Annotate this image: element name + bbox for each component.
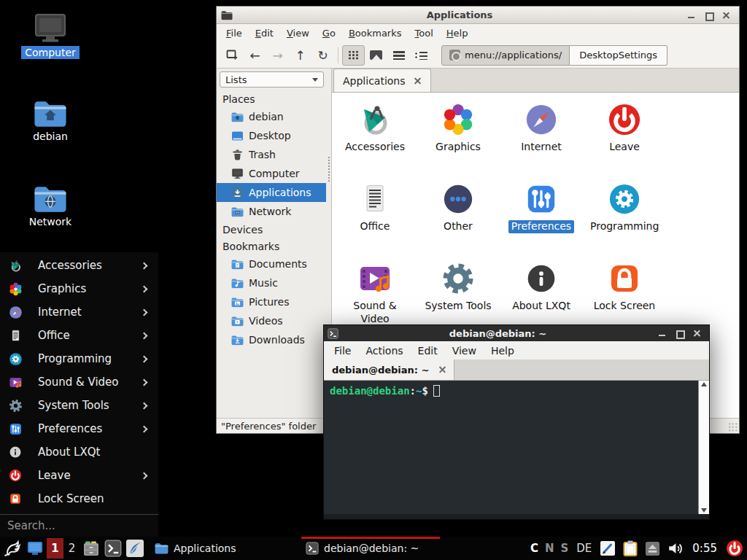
workspace-2-button[interactable]: 2 [63, 538, 80, 559]
detailed-list-view-button[interactable] [387, 45, 410, 66]
compact-view-button[interactable] [410, 45, 433, 66]
task-button-applications[interactable]: Applications [150, 537, 296, 560]
terminal-menu-edit[interactable]: Edit [411, 343, 445, 358]
terminal-icon [328, 328, 338, 339]
icon-view-button[interactable] [342, 45, 365, 66]
fm-menu-file[interactable]: File [220, 26, 249, 41]
kbd-indicator-caps[interactable]: C [530, 542, 538, 555]
folder-programming[interactable]: Programming [583, 177, 666, 257]
menu-item-accessories[interactable]: Accessories [0, 254, 158, 277]
task-button-terminal[interactable]: debian@debian: ~ [301, 537, 440, 560]
up-button[interactable]: ↑ [289, 45, 311, 66]
terminal-menu-view[interactable]: View [445, 343, 484, 358]
menu-item-graphics[interactable]: Graphics [0, 277, 158, 300]
sidebar-item-documents[interactable]: Documents [217, 254, 326, 273]
desktop-icon-computer[interactable]: Computer [12, 13, 88, 59]
terminal-menu-file[interactable]: File [327, 343, 358, 358]
kbd-indicator-scroll[interactable]: S [560, 542, 568, 555]
sidebar-item-debian[interactable]: debian [217, 107, 326, 126]
sidebar-item-downloads[interactable]: Downloads [217, 330, 326, 349]
tab-close-icon[interactable] [414, 77, 422, 85]
sidebar-item-desktop[interactable]: Desktop [217, 126, 326, 145]
menu-item-about-lxqt[interactable]: About LXQt [0, 440, 158, 464]
maximize-button[interactable] [675, 329, 685, 338]
thumbnail-view-button[interactable] [365, 45, 387, 66]
folder-leave[interactable]: Leave [583, 98, 666, 177]
folder-graphics[interactable]: Graphics [417, 98, 500, 177]
fm-menu-help[interactable]: Help [440, 26, 475, 41]
fm-menu-go[interactable]: Go [316, 26, 342, 41]
power-tray-icon[interactable] [726, 540, 743, 557]
maximize-button[interactable] [704, 11, 714, 20]
folder-internet[interactable]: Internet [500, 98, 583, 177]
eject-tray-icon[interactable] [645, 541, 660, 556]
kbd-indicator-num[interactable]: N [545, 542, 554, 555]
submenu-chevron-icon [141, 332, 148, 339]
sidebar-item-pictures[interactable]: Pictures [217, 292, 326, 311]
sidebar-item-computer[interactable]: Computer [217, 164, 326, 183]
downloads-folder-icon [231, 335, 244, 346]
terminal-screen[interactable]: debian@debian:~$ [324, 381, 709, 514]
menu-item-programming[interactable]: Programming [0, 347, 158, 370]
terminal-scrollbar[interactable] [698, 381, 709, 514]
tab-applications[interactable]: Applications [333, 69, 431, 92]
clipboard-tray-icon[interactable] [622, 540, 638, 557]
tab-close-icon[interactable] [438, 366, 446, 373]
file-manager-launcher[interactable] [80, 537, 102, 560]
terminal-menu-help[interactable]: Help [484, 343, 522, 358]
path-segment-desktopsettings[interactable]: DesktopSettings [570, 45, 667, 66]
folder-office[interactable]: Office [333, 177, 417, 257]
fm-menu-view[interactable]: View [280, 26, 316, 41]
menu-item-lock-screen[interactable]: Lock Screen [0, 487, 158, 510]
folder-other[interactable]: Other [417, 177, 500, 257]
workspace-1-button[interactable]: 1 [47, 538, 63, 559]
menu-item-system-tools[interactable]: System Tools [0, 394, 158, 417]
minimize-button[interactable] [657, 329, 667, 338]
sidebar-item-videos[interactable]: Videos [217, 311, 326, 330]
menu-item-internet[interactable]: Internet [0, 300, 158, 324]
volume-tray-icon[interactable] [667, 540, 684, 556]
close-button[interactable] [721, 11, 732, 20]
resize-grip[interactable] [728, 422, 738, 432]
menu-item-sound-video[interactable]: Sound & Video [0, 370, 158, 394]
folder-preferences[interactable]: Preferences [500, 177, 583, 257]
screenshot-tray-icon[interactable] [600, 540, 616, 556]
refresh-button[interactable]: ↻ [311, 45, 334, 66]
terminal-menu-actions[interactable]: Actions [358, 343, 410, 358]
terminal-tab[interactable]: debian@debian: ~ [324, 359, 454, 380]
desktop-icon-debian[interactable]: debian [12, 99, 88, 143]
scroll-down-icon[interactable] [701, 508, 707, 513]
forward-button[interactable]: → [266, 45, 289, 66]
new-tab-button[interactable] [221, 45, 244, 66]
fm-menu-edit[interactable]: Edit [249, 26, 280, 41]
clock[interactable]: 0:55 [692, 542, 717, 555]
sidebar-mode-selector[interactable]: Lists [220, 71, 324, 88]
menu-search-input[interactable]: Search... [0, 514, 158, 537]
sidebar-item-applications[interactable]: Applications [217, 183, 326, 202]
close-button[interactable] [692, 329, 703, 338]
fm-menu-tool[interactable]: Tool [409, 26, 440, 41]
path-segment-applications[interactable]: menu://applications/ [441, 45, 570, 66]
minimize-button[interactable] [686, 11, 697, 20]
terminal-launcher[interactable] [102, 537, 124, 560]
scroll-up-icon[interactable] [701, 382, 707, 386]
menu-item-preferences[interactable]: Preferences [0, 417, 158, 440]
folder-accessories[interactable]: Accessories [333, 98, 417, 177]
sidebar-item-music[interactable]: Music [217, 273, 326, 292]
fm-menu-bookmarks[interactable]: Bookmarks [342, 26, 409, 41]
back-button[interactable]: ← [244, 45, 266, 66]
start-menu-button[interactable] [0, 537, 23, 560]
featherpad-launcher[interactable] [124, 537, 146, 560]
menu-item-label: Office [38, 329, 70, 342]
keyboard-layout-indicator[interactable]: DE [576, 542, 592, 555]
terminal-titlebar[interactable]: debian@debian: ~ [324, 325, 709, 341]
sidebar-item-trash[interactable]: Trash [217, 145, 326, 164]
show-desktop-button[interactable] [23, 537, 47, 560]
fm-titlebar[interactable]: Applications [217, 7, 739, 24]
desktop-icon-network[interactable]: Network [12, 184, 88, 228]
menu-item-label: Sound & Video [38, 376, 119, 389]
menu-item-office[interactable]: Office [0, 324, 158, 347]
menu-item-leave[interactable]: Leave [0, 464, 158, 487]
documents-folder-icon [231, 259, 244, 270]
sidebar-item-network[interactable]: Network [217, 202, 326, 221]
